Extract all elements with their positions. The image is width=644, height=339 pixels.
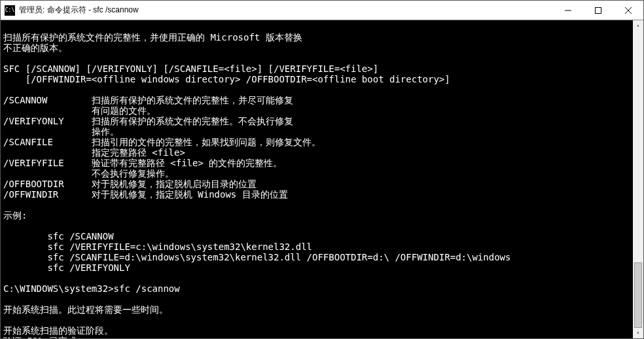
terminal-line: 操作。: [3, 126, 119, 137]
scroll-down-arrow[interactable]: ▾: [633, 328, 643, 338]
terminal-line: /VERIFYONLY 扫描所有保护的系统文件的完整性。不会执行修复: [3, 116, 293, 126]
terminal-line: SFC [/SCANNOW] [/VERIFYONLY] [/SCANFILE=…: [3, 63, 378, 74]
terminal-line: C:\WINDOWS\system32>sfc /scannow: [3, 283, 180, 294]
scroll-up-arrow[interactable]: ▴: [633, 20, 643, 31]
terminal-line: sfc /SCANNOW: [3, 231, 114, 241]
window-controls: [553, 1, 643, 20]
minimize-button[interactable]: [553, 1, 583, 20]
terminal-line: 开始系统扫描。此过程将需要一些时间。: [3, 304, 168, 315]
terminal-line: 不正确的版本。: [3, 43, 67, 53]
vertical-scrollbar[interactable]: ▴ ▾: [633, 20, 643, 338]
terminal-line: /SCANNOW 扫描所有保护的系统文件的完整性，并尽可能修复: [3, 95, 293, 105]
terminal-output[interactable]: 扫描所有保护的系统文件的完整性，并使用正确的 Microsoft 版本替换 不正…: [1, 20, 643, 338]
terminal-line: /OFFWINDIR 对于脱机修复，指定脱机 Windows 目录的位置: [3, 189, 288, 200]
scrollbar-thumb[interactable]: [634, 262, 642, 328]
maximize-button[interactable]: [583, 1, 613, 20]
close-button[interactable]: [613, 1, 643, 20]
terminal-line: /OFFBOOTDIR 对于脱机修复，指定脱机启动目录的位置: [3, 179, 257, 189]
window-title: 管理员: 命令提示符 - sfc /scannow: [19, 5, 553, 16]
terminal-line: 示例:: [3, 210, 27, 221]
terminal-line: 扫描所有保护的系统文件的完整性，并使用正确的 Microsoft 版本替换: [3, 32, 302, 43]
titlebar: C:\ 管理员: 命令提示符 - sfc /scannow: [1, 1, 643, 20]
svg-rect-1: [596, 7, 601, 13]
app-icon: C:\: [5, 5, 15, 16]
terminal-line: 不会执行修复操作。: [3, 168, 174, 179]
terminal-line: /VERIFYFILE 验证带有完整路径 <file> 的文件的完整性。: [3, 158, 282, 168]
terminal-line: 有问题的文件。: [3, 105, 156, 116]
terminal-line: sfc /SCANFILE=d:\windows\system32\kernel…: [3, 252, 510, 262]
terminal-line: sfc /VERIFYONLY: [3, 262, 130, 273]
terminal-line: 验证 52% 已完成。: [3, 336, 86, 338]
terminal-line: /SCANFILE 扫描引用的文件的完整性，如果找到问题，则修复文件。: [3, 137, 321, 147]
terminal-line: [/OFFWINDIR=<offline windows directory> …: [3, 74, 450, 84]
terminal-line: 开始系统扫描的验证阶段。: [3, 325, 113, 336]
terminal-line: sfc /VERIFYFILE=c:\windows\system32\kern…: [3, 241, 312, 252]
terminal-line: 指定完整路径 <file>: [3, 147, 185, 158]
